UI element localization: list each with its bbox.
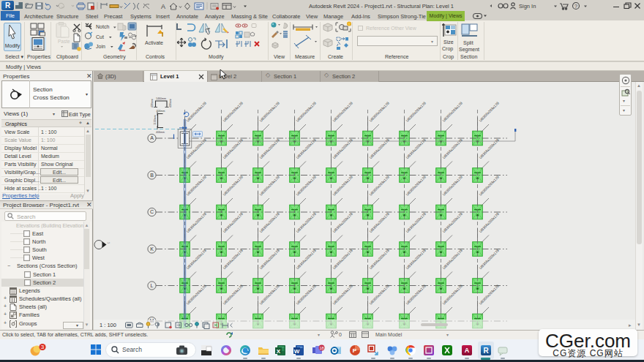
svg-text:406mm: 406mm (169, 99, 172, 108)
svg-text:Sign In: Sign In (519, 3, 536, 10)
svg-text:406mm: 406mm (151, 99, 154, 108)
svg-text:3: 3 (41, 344, 45, 350)
svg-text:UB356x203x178: UB356x203x178 (259, 101, 280, 122)
svg-text:UB356x203x178: UB356x203x178 (332, 101, 353, 122)
svg-text:UB356x203x178: UB356x203x178 (442, 101, 463, 122)
svg-text:UB356x203x178: UB356x203x178 (405, 101, 427, 122)
svg-text:UB356x203x178: UB356x203x178 (186, 101, 207, 122)
svg-text:1100mm: 1100mm (154, 115, 157, 125)
svg-text:L: L (151, 283, 154, 288)
svg-text:UB356x203x178: UB356x203x178 (296, 101, 317, 122)
svg-text:?: ? (574, 4, 577, 9)
svg-text:UB356x203x178: UB356x203x178 (479, 101, 500, 122)
svg-text:C: C (150, 209, 154, 214)
svg-text:406mm: 406mm (157, 110, 165, 113)
svg-text:X: X (277, 348, 281, 355)
svg-text:P: P (352, 347, 356, 354)
svg-text:A: A (150, 135, 154, 140)
svg-text:UB356x203x178: UB356x203x178 (222, 101, 244, 122)
svg-text:406mm: 406mm (156, 131, 165, 134)
svg-text:A: A (161, 3, 165, 10)
svg-text:UB356x203x178: UB356x203x178 (369, 101, 390, 122)
svg-text:Paste: Paste (58, 39, 70, 44)
svg-text:18: 18 (319, 346, 323, 350)
svg-text:W: W (294, 348, 300, 355)
svg-text:B: B (150, 173, 154, 178)
svg-text:1: 1 (107, 242, 110, 244)
svg-text:R: R (483, 347, 489, 355)
svg-text:K: K (150, 246, 154, 252)
svg-text:1460mm: 1460mm (156, 97, 166, 100)
svg-text:A: A (465, 347, 470, 354)
